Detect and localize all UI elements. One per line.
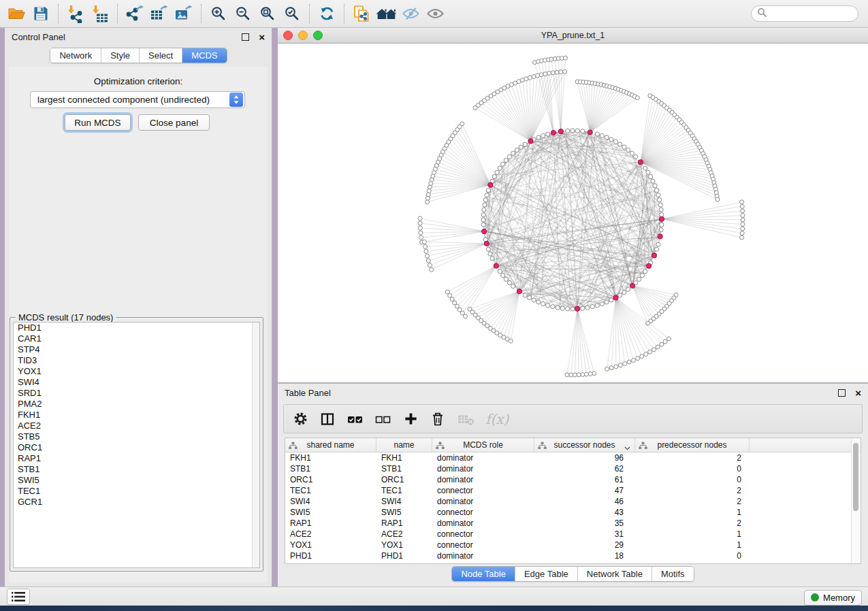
tab-network-table[interactable]: Network Table	[577, 567, 652, 581]
cell-shared-name[interactable]: ORC1	[285, 475, 376, 484]
add-column-icon[interactable]	[402, 412, 419, 426]
cell-mcds-role[interactable]: dominator	[432, 453, 534, 463]
cell-name[interactable]: SWI5	[376, 508, 432, 517]
cell-predecessor-nodes[interactable]: 2	[635, 453, 750, 463]
zoom-fit-icon[interactable]	[255, 2, 280, 25]
table-row[interactable]: ORC1ORC1dominator610	[285, 474, 861, 485]
open-folder-icon[interactable]	[4, 2, 29, 25]
cell-name[interactable]: YOX1	[376, 540, 432, 550]
mcds-result-item[interactable]: YOX1	[14, 366, 259, 377]
cell-predecessor-nodes[interactable]: 1	[635, 508, 750, 517]
zoom-selected-icon[interactable]	[280, 2, 304, 25]
clone-network-icon[interactable]	[349, 2, 374, 25]
delete-column-icon[interactable]	[430, 411, 446, 427]
table-row[interactable]: PHD1PHD1dominator180	[285, 550, 861, 561]
cell-shared-name[interactable]: STB1	[285, 464, 376, 474]
cell-successor-nodes[interactable]: 43	[534, 508, 635, 517]
column-header-shared-name[interactable]: shared name	[285, 438, 376, 452]
column-header-predecessor-nodes[interactable]: predecessor nodes	[635, 438, 750, 452]
mcds-result-item[interactable]: PMA2	[14, 399, 259, 410]
cell-predecessor-nodes[interactable]: 2	[635, 497, 750, 506]
cell-successor-nodes[interactable]: 35	[534, 518, 635, 528]
panel-list-button[interactable]	[7, 589, 30, 605]
table-row[interactable]: FKH1FKH1dominator962	[285, 452, 861, 463]
mcds-result-item[interactable]: STB5	[14, 431, 259, 442]
cell-predecessor-nodes[interactable]: 2	[635, 486, 750, 495]
cell-predecessor-nodes[interactable]: 0	[635, 551, 750, 561]
close-table-panel-icon[interactable]: ×	[855, 390, 861, 396]
cell-successor-nodes[interactable]: 46	[534, 497, 635, 506]
mcds-result-item[interactable]: SWI5	[14, 475, 259, 486]
cell-name[interactable]: FKH1	[376, 453, 432, 463]
cell-mcds-role[interactable]: connector	[432, 529, 534, 539]
cell-name[interactable]: SWI4	[376, 497, 432, 506]
table-row[interactable]: RAP1RAP1dominator352	[285, 518, 861, 529]
table-row[interactable]: SWI4SWI4dominator462	[285, 496, 861, 507]
mcds-result-item[interactable]: PHD1	[14, 323, 259, 333]
home-icon[interactable]	[374, 2, 398, 25]
cell-mcds-role[interactable]: connector	[432, 508, 534, 517]
cell-predecessor-nodes[interactable]: 1	[635, 529, 750, 539]
cell-successor-nodes[interactable]: 62	[534, 464, 635, 474]
column-header-MCDS-role[interactable]: MCDS role	[432, 438, 534, 452]
mcds-result-item[interactable]: TEC1	[14, 486, 259, 497]
mcds-result-item[interactable]: FKH1	[14, 410, 259, 420]
search-input[interactable]	[751, 5, 858, 22]
sort-chevron-icon[interactable]	[624, 443, 630, 452]
cell-predecessor-nodes[interactable]: 0	[635, 475, 750, 484]
zoom-in-icon[interactable]	[206, 2, 231, 25]
close-panel-icon[interactable]: ×	[259, 34, 265, 40]
mcds-result-item[interactable]: GCR1	[14, 497, 259, 508]
cell-shared-name[interactable]: YOX1	[285, 540, 376, 550]
cell-predecessor-nodes[interactable]: 2	[635, 518, 750, 528]
cell-successor-nodes[interactable]: 31	[534, 529, 635, 539]
table-row[interactable]: TEC1TEC1connector472	[285, 485, 861, 496]
tab-style[interactable]: Style	[101, 48, 139, 63]
cell-mcds-role[interactable]: dominator	[432, 518, 534, 528]
mcds-result-item[interactable]: CAR1	[14, 333, 259, 344]
float-panel-icon[interactable]	[242, 33, 249, 41]
zoom-out-icon[interactable]	[231, 2, 255, 25]
table-row[interactable]: STB1STB1dominator620	[285, 463, 861, 474]
cell-shared-name[interactable]: RAP1	[285, 518, 376, 528]
hide-unselected-icon[interactable]	[398, 2, 423, 25]
mcds-result-item[interactable]: ORC1	[14, 442, 259, 453]
cell-mcds-role[interactable]: connector	[432, 540, 534, 550]
cell-mcds-role[interactable]: dominator	[432, 497, 534, 506]
cell-name[interactable]: ORC1	[376, 475, 432, 484]
table-row[interactable]: SWI5SWI5connector431	[285, 507, 861, 518]
export-table-icon[interactable]	[147, 2, 172, 25]
cell-name[interactable]: TEC1	[376, 486, 432, 495]
tab-edge-table[interactable]: Edge Table	[515, 567, 577, 581]
show-all-icon[interactable]	[423, 2, 447, 25]
mcds-result-item[interactable]: STP4	[14, 344, 259, 355]
export-network-icon[interactable]	[123, 2, 147, 25]
cell-shared-name[interactable]: SWI5	[285, 508, 376, 517]
tab-mcds[interactable]: MCDS	[182, 48, 226, 63]
show-columns-icon[interactable]	[319, 412, 336, 427]
import-table-icon[interactable]	[88, 2, 112, 25]
memory-button[interactable]: Memory	[804, 590, 862, 606]
run-mcds-button[interactable]: Run MCDS	[65, 114, 131, 131]
cell-successor-nodes[interactable]: 61	[534, 475, 635, 484]
cell-name[interactable]: STB1	[376, 464, 432, 474]
close-panel-button[interactable]: Close panel	[138, 114, 210, 131]
mcds-result-item[interactable]: TID3	[14, 355, 259, 366]
cell-shared-name[interactable]: FKH1	[285, 453, 376, 463]
export-image-icon[interactable]	[172, 2, 196, 25]
result-list-scrollbar[interactable]	[252, 323, 259, 567]
cell-shared-name[interactable]: ACE2	[285, 529, 376, 539]
deselect-all-icon[interactable]	[374, 412, 391, 427]
float-table-panel-icon[interactable]	[838, 389, 846, 397]
table-scrollbar-thumb[interactable]	[853, 443, 858, 511]
cell-predecessor-nodes[interactable]: 1	[635, 540, 750, 550]
cell-mcds-role[interactable]: connector	[432, 486, 534, 495]
cell-name[interactable]: ACE2	[376, 529, 432, 539]
settings-gear-icon[interactable]	[292, 411, 308, 427]
table-row[interactable]: ACE2ACE2connector311	[285, 529, 861, 540]
network-canvas[interactable]	[278, 44, 868, 382]
mcds-result-item[interactable]: ACE2	[14, 420, 259, 431]
cell-shared-name[interactable]: SWI4	[285, 497, 376, 506]
table-scrollbar[interactable]	[851, 439, 860, 563]
cell-successor-nodes[interactable]: 47	[534, 486, 635, 495]
